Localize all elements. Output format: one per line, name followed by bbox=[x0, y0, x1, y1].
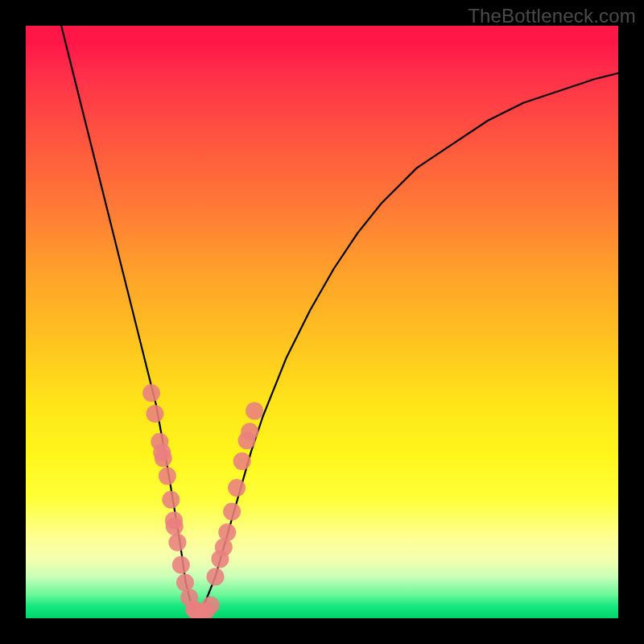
data-marker bbox=[202, 597, 220, 614]
data-marker bbox=[233, 452, 251, 470]
plot-area bbox=[26, 26, 618, 618]
data-marker bbox=[207, 568, 225, 585]
chart-overlay bbox=[26, 26, 618, 618]
main-curve bbox=[61, 26, 618, 606]
data-marker bbox=[159, 467, 176, 485]
markers-right bbox=[207, 402, 264, 585]
chart-frame: TheBottleneck.com bbox=[0, 0, 644, 644]
data-marker bbox=[168, 534, 186, 551]
data-marker bbox=[246, 402, 263, 419]
data-marker bbox=[215, 539, 233, 556]
data-marker bbox=[155, 449, 172, 467]
data-marker bbox=[142, 384, 160, 402]
data-marker bbox=[218, 523, 236, 541]
data-marker bbox=[241, 423, 258, 440]
markers-left bbox=[142, 384, 203, 618]
watermark-text: TheBottleneck.com bbox=[468, 5, 636, 27]
data-marker bbox=[172, 556, 190, 574]
data-marker bbox=[162, 491, 180, 509]
data-marker bbox=[228, 479, 246, 497]
data-marker bbox=[166, 518, 184, 535]
data-marker bbox=[146, 405, 163, 423]
data-marker bbox=[223, 503, 241, 521]
